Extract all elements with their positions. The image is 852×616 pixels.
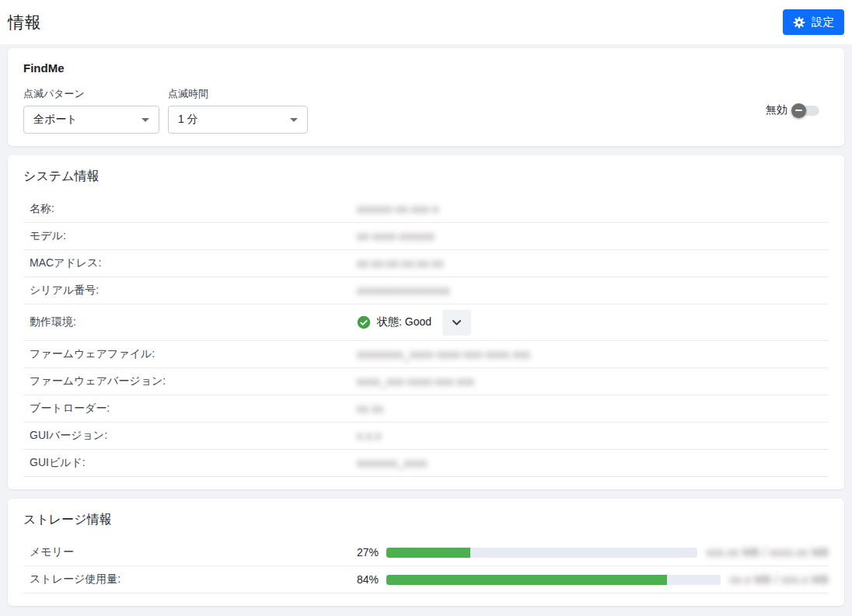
- table-row: シリアル番号: xxxxxxxxxxxxxxxx: [23, 277, 829, 305]
- memory-row: メモリー 27% xxx.xx MB / xxxx.xx MB: [23, 539, 829, 566]
- row-label: モデル:: [23, 229, 357, 243]
- row-value-redacted: xxxxxxx_xxxx: [357, 457, 428, 469]
- storage-progress-bar: [386, 575, 721, 585]
- memory-progress-fill: [386, 548, 470, 558]
- memory-progress-bar: [386, 548, 697, 558]
- row-label: MACアドレス:: [23, 256, 357, 270]
- system-info-card: システム情報 名称: xxxxxx-xx-xxx-x モデル: xx-xxxx-…: [8, 155, 844, 489]
- blink-pattern-value: 全ポート: [33, 113, 78, 127]
- row-value-redacted: xxxx_xxx-xxxx-xxx-xxx: [357, 375, 474, 388]
- row-value-redacted: xxxxxxxxxxxxxxxx: [357, 284, 450, 297]
- gear-icon: [793, 16, 805, 29]
- blink-time-field: 点滅時間 1 分: [168, 87, 308, 134]
- memory-percent: 27%: [357, 546, 386, 559]
- storage-info-title: ストレージ情報: [23, 512, 829, 528]
- table-row: ブートローダー: xx.xx: [23, 395, 829, 423]
- table-row: MACアドレス: xx:xx:xx:xx:xx:xx: [23, 250, 829, 277]
- table-row: GUIビルド: xxxxxxx_xxxx: [23, 450, 829, 477]
- memory-value-redacted: xxx.xx MB / xxxx.xx MB: [707, 546, 829, 559]
- caret-down-icon: [141, 118, 149, 122]
- storage-value-redacted: xx.x MB / xxx.x MB: [730, 573, 829, 586]
- blink-time-select[interactable]: 1 分: [168, 106, 308, 134]
- system-info-title: システム情報: [23, 169, 829, 185]
- row-label: ストレージ使用量:: [23, 572, 357, 586]
- storage-usage-row: ストレージ使用量: 84% xx.x MB / xxx.x MB: [23, 566, 829, 593]
- page-title: 情報: [8, 12, 41, 33]
- findme-controls: 点滅パターン 全ポート 点滅時間 1 分 無効: [23, 87, 829, 134]
- row-label: 名称:: [23, 202, 357, 216]
- row-label: ファームウェアファイル:: [23, 347, 357, 361]
- status-text: 状態: Good: [377, 315, 431, 329]
- row-label: シリアル番号:: [23, 284, 357, 298]
- table-row: ファームウェアファイル: xxxxxxxx_xxxx-xxxx-xxx-xxxx…: [23, 341, 829, 368]
- blink-time-label: 点滅時間: [168, 87, 308, 101]
- findme-toggle-switch[interactable]: [794, 106, 819, 116]
- top-bar: 情報 設定: [0, 0, 852, 44]
- toggle-knob-minus-icon: [791, 103, 806, 118]
- environment-expand-button[interactable]: [442, 310, 471, 336]
- storage-progress-fill: [386, 575, 667, 585]
- row-label: 動作環境:: [23, 315, 357, 329]
- chevron-down-icon: [452, 319, 462, 326]
- storage-info-card: ストレージ情報 メモリー 27% xxx.xx MB / xxxx.xx MB …: [8, 499, 844, 606]
- caret-down-icon: [290, 118, 298, 122]
- blink-pattern-field: 点滅パターン 全ポート: [23, 87, 159, 134]
- row-value-redacted: xxxxxx-xx-xxx-x: [357, 203, 439, 215]
- storage-percent: 84%: [357, 573, 386, 586]
- environment-row: 動作環境: 状態: Good: [23, 305, 829, 341]
- row-value-redacted: xx-xxxx-xxxxxx: [357, 230, 435, 242]
- row-value-redacted: x.x.x: [357, 430, 381, 442]
- environment-status: 状態: Good: [357, 310, 471, 336]
- row-label: GUIバージョン:: [23, 429, 357, 443]
- blink-pattern-select[interactable]: 全ポート: [23, 106, 159, 134]
- settings-button[interactable]: 設定: [783, 9, 844, 35]
- table-row: 名称: xxxxxx-xx-xxx-x: [23, 196, 829, 223]
- main-content: FindMe 点滅パターン 全ポート 点滅時間 1 分 無効: [0, 44, 852, 606]
- row-label: GUIビルド:: [23, 456, 357, 470]
- table-row: モデル: xx-xxxx-xxxxxx: [23, 223, 829, 250]
- findme-title: FindMe: [23, 61, 829, 75]
- row-value-redacted: xx:xx:xx:xx:xx:xx: [357, 257, 444, 270]
- findme-toggle-label: 無効: [766, 103, 787, 117]
- table-row: ファームウェアバージョン: xxxx_xxx-xxxx-xxx-xxx: [23, 368, 829, 395]
- check-circle-icon: [357, 315, 371, 329]
- row-label: ファームウェアバージョン:: [23, 374, 357, 388]
- row-value-redacted: xxxxxxxx_xxxx-xxxx-xxx-xxxx.xxx: [357, 348, 530, 360]
- row-value-redacted: xx.xx: [357, 402, 383, 415]
- blink-time-value: 1 分: [178, 113, 198, 127]
- findme-card: FindMe 点滅パターン 全ポート 点滅時間 1 分 無効: [8, 48, 844, 146]
- blink-pattern-label: 点滅パターン: [23, 87, 159, 101]
- findme-toggle-group: 無効: [766, 103, 829, 117]
- row-label: メモリー: [23, 545, 357, 559]
- row-label: ブートローダー:: [23, 402, 357, 416]
- table-row: GUIバージョン: x.x.x: [23, 423, 829, 450]
- settings-button-label: 設定: [812, 15, 834, 30]
